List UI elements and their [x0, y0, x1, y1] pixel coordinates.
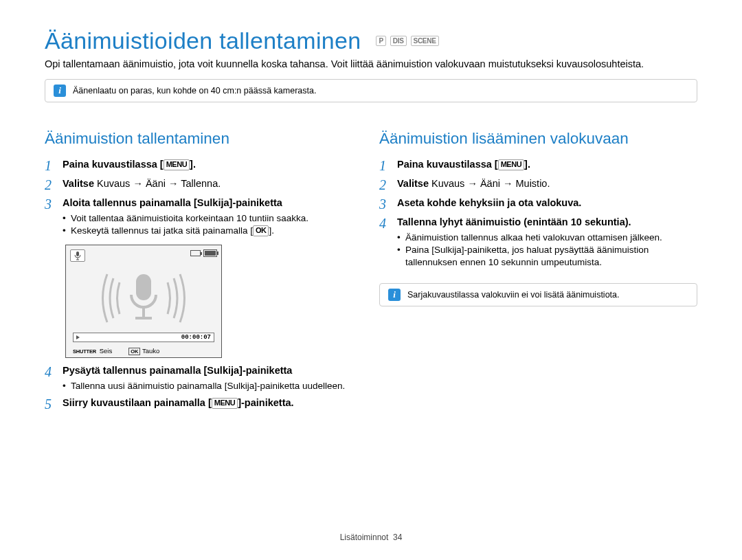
left-heading: Äänimuistion tallentaminen [45, 130, 363, 148]
step-num: 1 [379, 158, 389, 173]
step-num: 3 [379, 197, 389, 212]
microphone-icon [66, 269, 221, 328]
bullet-text: ]. [269, 225, 274, 236]
battery-indicator [190, 249, 217, 257]
mode-icon-p: P [376, 36, 385, 46]
step-1: 1 Paina kuvaustilassa [MENU]. [45, 156, 363, 175]
step-text: Aseta kohde kehyksiin ja ota valokuva. [397, 197, 581, 208]
note-text: Äänenlaatu on paras, kun kohde on 40 cm:… [73, 86, 316, 96]
note-box-right: i Sarjakuvaustilassa valokuviin ei voi l… [379, 283, 697, 306]
step-5: 5 Siirry kuvaustilaan painamalla [MENU]-… [45, 394, 363, 414]
bullet: Keskeytä tallennus tai jatka sitä painam… [63, 225, 308, 237]
mode-icon-dis: DIS [390, 36, 407, 46]
info-icon: i [54, 85, 66, 97]
bullet: Paina [Sulkija]-painiketta, jos haluat p… [397, 244, 697, 269]
shutter-label: SHUTTER [73, 348, 96, 355]
step-text: . [218, 178, 221, 189]
step-4: 4 Pysäytä tallennus painamalla [Sulkija]… [45, 362, 363, 394]
step-text: . [547, 178, 550, 189]
step-text: Paina kuvaustilassa [ [63, 159, 164, 170]
info-icon: i [388, 289, 401, 301]
battery-empty-icon [190, 250, 201, 256]
step-1: 1 Paina kuvaustilassa [MENU]. [379, 156, 697, 175]
ok-label: OK [128, 348, 140, 355]
step-text: Kuvaus → Ääni → Muistio [431, 178, 547, 189]
progress-bar: 00:00:07 [73, 333, 214, 342]
step-text: ]. [524, 159, 530, 170]
svg-rect-0 [76, 251, 79, 256]
step-num: 2 [379, 177, 389, 192]
step-text: Sulkija [197, 197, 229, 208]
title-row: Äänimuistioiden tallentaminen P DIS SCEN… [45, 27, 697, 54]
step-text: Aloita tallennus painamalla [ [63, 197, 197, 208]
step-text: Tallenna lyhyt äänimuistio (enintään 10 … [397, 216, 631, 227]
step-num: 4 [379, 216, 389, 269]
step-num: 5 [45, 396, 54, 412]
step-text: ]-painiketta. [238, 397, 293, 408]
step-text: Valitse [397, 178, 431, 189]
mode-icon-scene: SCENE [411, 36, 439, 46]
note-box-top: i Äänenlaatu on paras, kun kohde on 40 c… [45, 79, 697, 102]
mode-icons: P DIS SCENE [376, 36, 438, 46]
pause-text: Tauko [142, 347, 159, 355]
step-num: 4 [45, 364, 54, 392]
step-text: ]. [190, 159, 196, 170]
right-heading: Äänimuistion lisääminen valokuvaan [379, 130, 697, 148]
ok-button-label: OK [253, 225, 269, 236]
recorder-footer: SHUTTER Seis OK Tauko [73, 347, 214, 355]
bullet: Voit tallentaa äänimuistioita korkeintaa… [63, 212, 308, 225]
bullet: Tallenna uusi äänimuistio painamalla [Su… [63, 380, 345, 392]
battery-full-icon [203, 249, 217, 257]
note-text: Sarjakuvaustilassa valokuviin ei voi lis… [407, 290, 619, 300]
step-text: Pysäytä tallennus painamalla [ [63, 365, 207, 376]
step-num: 3 [45, 197, 54, 237]
footer-section: Lisätoiminnot [340, 533, 389, 542]
step-text: Kuvaus → Ääni → Tallenna [97, 178, 218, 189]
intro-text: Opi tallentamaan äänimuistio, jota voit … [45, 58, 697, 69]
recorder-illustration: 00:00:07 SHUTTER Seis OK Tauko [65, 245, 222, 358]
step-2: 2 Valitse Kuvaus → Ääni → Muistio. [379, 175, 697, 194]
left-column: Äänimuistion tallentaminen 1 Paina kuvau… [45, 130, 363, 414]
step-num: 2 [45, 177, 54, 192]
stop-text: Seis [100, 347, 112, 355]
step-num: 1 [45, 158, 54, 173]
footer-page-number: 34 [393, 533, 402, 542]
menu-button-label: MENU [212, 398, 238, 409]
page-title: Äänimuistioiden tallentaminen [45, 27, 361, 54]
page-footer: Lisätoiminnot 34 [0, 533, 742, 542]
bullet: Äänimuistion tallennus alkaa heti valoku… [397, 232, 697, 244]
step-text: Paina kuvaustilassa [ [397, 159, 498, 170]
svg-rect-3 [136, 274, 151, 300]
step-text: Valitse [63, 178, 97, 189]
step-text: ]-painiketta [239, 365, 292, 376]
mic-small-icon [70, 249, 85, 262]
timer-text: 00:00:07 [181, 334, 214, 341]
menu-button-label: MENU [164, 159, 190, 170]
step-3: 3 Aloita tallennus painamalla [Sulkija]-… [45, 194, 363, 239]
bullet-text: Keskeytä tallennus tai jatka sitä painam… [71, 225, 253, 236]
step-text: Siirry kuvaustilaan painamalla [ [63, 397, 212, 408]
step-3: 3 Aseta kohde kehyksiin ja ota valokuva. [379, 194, 697, 214]
step-4: 4 Tallenna lyhyt äänimuistio (enintään 1… [379, 214, 697, 271]
step-text: Sulkija [207, 365, 239, 376]
right-column: Äänimuistion lisääminen valokuvaan 1 Pai… [379, 130, 697, 414]
step-text: ]-painiketta [229, 197, 282, 208]
play-icon [76, 335, 80, 339]
menu-button-label: MENU [498, 159, 524, 170]
step-2: 2 Valitse Kuvaus → Ääni → Tallenna. [45, 175, 363, 194]
